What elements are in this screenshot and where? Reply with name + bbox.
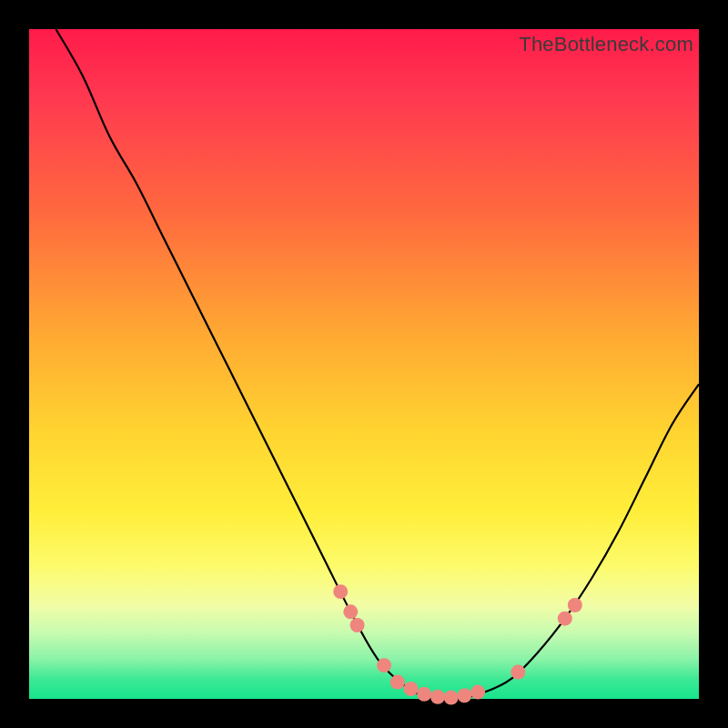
marker-dot: [430, 690, 445, 704]
chart-frame: TheBottleneck.com: [29, 29, 699, 699]
marker-dot: [333, 584, 348, 599]
marker-dot: [511, 665, 525, 680]
curve-path: [56, 29, 699, 701]
marker-dot: [470, 685, 485, 700]
chart-svg: [29, 29, 699, 699]
marker-dot: [404, 682, 419, 696]
marker-dot: [390, 675, 405, 690]
marker-dot: [568, 598, 582, 612]
marker-dot: [350, 618, 365, 632]
marker-dot: [444, 691, 459, 705]
marker-dot: [457, 688, 471, 703]
marker-dot: [377, 658, 391, 672]
marker-dot: [343, 604, 358, 619]
marker-dot: [558, 612, 572, 626]
marker-dot: [417, 687, 431, 702]
